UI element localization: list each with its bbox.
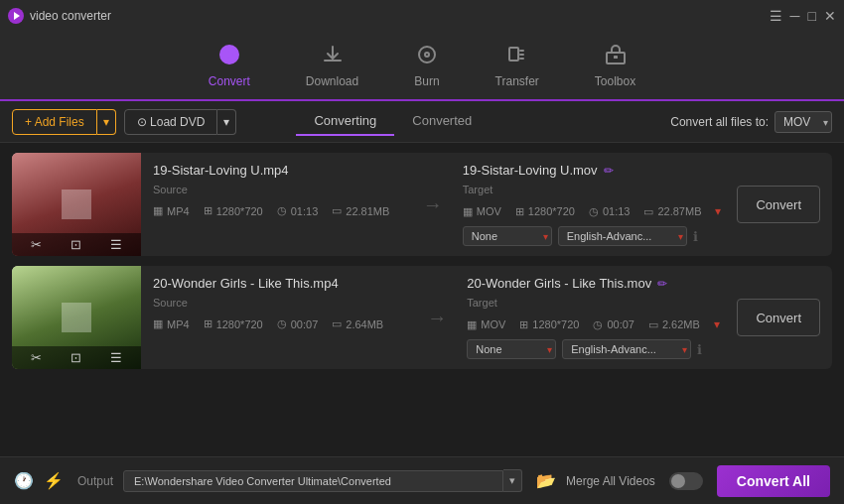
audio-select-wrapper-1[interactable]: English-Advanc...: [558, 226, 687, 246]
effects-icon-1[interactable]: ☰: [110, 237, 122, 252]
subtitle-select-1[interactable]: None: [463, 226, 552, 246]
convert-all-files-section: Convert all files to: MOV MP4 AVI: [670, 111, 832, 133]
source-filename-2: 20-Wonder Girls - Like This.mp4: [153, 276, 407, 291]
convert-all-button[interactable]: Convert All: [717, 465, 830, 497]
svg-marker-0: [14, 12, 20, 20]
tsize-icon-2: ▭: [648, 318, 658, 331]
nav-item-download[interactable]: Download: [278, 35, 386, 96]
file-target-1: 19-Sistar-Loving U.mov ✏ Target ▦ MOV ⊞ …: [451, 153, 734, 256]
close-icon[interactable]: ✕: [824, 8, 836, 24]
folder-open-button[interactable]: 📂: [536, 471, 556, 490]
toolbox-nav-icon: [604, 43, 628, 70]
dur-icon-1: ◷: [277, 204, 287, 217]
tres-icon-1: ⊞: [515, 205, 524, 218]
nav-label-convert: Convert: [209, 74, 250, 88]
load-dvd-dropdown-button[interactable]: ▾: [217, 109, 236, 135]
add-files-button[interactable]: + Add Files: [12, 109, 97, 135]
target-meta-2: ▦ MOV ⊞ 1280*720 ◷ 00:07 ▭ 2.62MB ▾: [467, 317, 721, 331]
cut-icon-1[interactable]: ✂: [31, 237, 42, 252]
convert-button-1[interactable]: Convert: [737, 186, 820, 223]
nav-item-convert[interactable]: Convert: [181, 35, 278, 96]
output-path-wrapper: E:\Wondershare Video Converter Ultimate\…: [123, 469, 522, 492]
merge-toggle[interactable]: [669, 472, 703, 490]
target-res-1: ⊞ 1280*720: [515, 205, 575, 218]
format-select[interactable]: MOV MP4 AVI: [774, 111, 832, 133]
target-meta-1: ▦ MOV ⊞ 1280*720 ◷ 01:13 ▭ 22.87MB ▾: [463, 204, 722, 218]
source-label-2: Source: [153, 297, 407, 309]
title-bar-icons: ☰ ─ □ ✕: [770, 8, 836, 24]
target-format-1: ▦ MOV: [463, 205, 501, 218]
info-icon-2[interactable]: ℹ: [697, 342, 702, 357]
title-bar-left: video converter: [8, 8, 111, 24]
merge-label: Merge All Videos: [566, 474, 655, 488]
cut-icon-2[interactable]: ✂: [31, 350, 42, 365]
size-icon-2: ▭: [332, 317, 342, 330]
tab-converting[interactable]: Converting: [296, 107, 394, 136]
output-path: E:\Wondershare Video Converter Ultimate\…: [123, 470, 503, 492]
crop-icon-2[interactable]: ⊡: [70, 350, 81, 365]
nav-item-toolbox[interactable]: Toolbox: [567, 35, 663, 96]
toggle-knob: [671, 474, 685, 488]
source-meta-2: ▦ MP4 ⊞ 1280*720 ◷ 00:07 ▭ 2.64MB: [153, 317, 407, 330]
nav-label-transfer: Transfer: [495, 74, 539, 88]
source-filename-1: 19-Sistar-Loving U.mp4: [153, 163, 403, 178]
tformat-icon-1: ▦: [463, 205, 473, 218]
nav-label-burn: Burn: [414, 74, 439, 88]
menu-icon[interactable]: ☰: [770, 8, 782, 24]
convert-button-2[interactable]: Convert: [737, 299, 820, 336]
burn-nav-icon: [415, 43, 439, 70]
subtitle-select-2[interactable]: None: [467, 339, 556, 359]
nav-label-download: Download: [306, 74, 358, 88]
nav-item-transfer[interactable]: Transfer: [468, 35, 567, 96]
res-icon-2: ⊞: [204, 317, 212, 330]
size-icon-1: ▭: [332, 204, 342, 217]
bolt-icon[interactable]: ⚡: [44, 471, 64, 490]
thumbnail-overlay-2: ✂ ⊡ ☰: [12, 346, 141, 369]
file-info-2: 20-Wonder Girls - Like This.mp4 Source ▦…: [141, 266, 419, 369]
transfer-nav-icon: [505, 43, 529, 70]
svg-rect-8: [62, 189, 91, 219]
tdur-icon-1: ◷: [589, 205, 599, 218]
tdur-icon-2: ◷: [593, 318, 603, 331]
toolbar: + Add Files ▾ ⊙ Load DVD ▾ Converting Co…: [0, 101, 844, 143]
subtitle-select-wrapper-2[interactable]: None: [467, 339, 556, 359]
tab-group: Converting Converted: [296, 107, 490, 136]
dur-icon-2: ◷: [277, 317, 287, 330]
target-dropdowns-1: None English-Advanc... ℹ: [463, 226, 722, 246]
target-name-row-2: 20-Wonder Girls - Like This.mov ✏: [467, 276, 721, 291]
output-label: Output: [77, 474, 113, 488]
effects-icon-2[interactable]: ☰: [110, 350, 122, 365]
thumbnail-2: ✂ ⊡ ☰: [12, 266, 141, 369]
source-size-1: ▭ 22.81MB: [332, 204, 389, 217]
convert-all-label: Convert all files to:: [670, 115, 769, 129]
minimize-icon[interactable]: ─: [790, 8, 800, 24]
audio-select-2[interactable]: English-Advanc...: [562, 339, 691, 359]
source-dur-1: ◷ 01:13: [277, 204, 319, 217]
clock-icon[interactable]: 🕐: [14, 471, 34, 490]
nav-item-burn[interactable]: Burn: [386, 35, 467, 96]
output-dropdown-arrow[interactable]: ▾: [503, 469, 522, 492]
audio-select-1[interactable]: English-Advanc...: [558, 226, 687, 246]
target-name-row-1: 19-Sistar-Loving U.mov ✏: [463, 163, 722, 178]
svg-rect-7: [614, 56, 618, 59]
target-filename-1: 19-Sistar-Loving U.mov: [463, 163, 598, 178]
maximize-icon[interactable]: □: [808, 8, 816, 24]
target-settings-icon-1[interactable]: ▾: [715, 204, 721, 218]
edit-icon-2[interactable]: ✏: [657, 277, 667, 291]
crop-icon-1[interactable]: ⊡: [70, 237, 81, 252]
audio-select-wrapper-2[interactable]: English-Advanc...: [562, 339, 691, 359]
app-icon: [8, 8, 24, 24]
tab-converted[interactable]: Converted: [394, 107, 490, 136]
file-card-1: ✂ ⊡ ☰ 19-Sistar-Loving U.mp4 Source ▦ MP…: [12, 153, 832, 256]
info-icon-1[interactable]: ℹ: [693, 229, 698, 244]
load-dvd-button[interactable]: ⊙ Load DVD: [124, 109, 218, 135]
subtitle-select-wrapper-1[interactable]: None: [463, 226, 552, 246]
target-settings-icon-2[interactable]: ▾: [714, 317, 720, 331]
add-files-dropdown-button[interactable]: ▾: [97, 109, 116, 135]
edit-icon-1[interactable]: ✏: [604, 164, 614, 178]
format-select-wrapper[interactable]: MOV MP4 AVI: [774, 111, 832, 133]
target-size-1: ▭ 22.87MB: [643, 205, 701, 218]
arrow-separator-1: →: [415, 193, 451, 216]
content-area: ✂ ⊡ ☰ 19-Sistar-Loving U.mp4 Source ▦ MP…: [0, 143, 844, 456]
target-dur-2: ◷ 00:07: [593, 318, 634, 331]
